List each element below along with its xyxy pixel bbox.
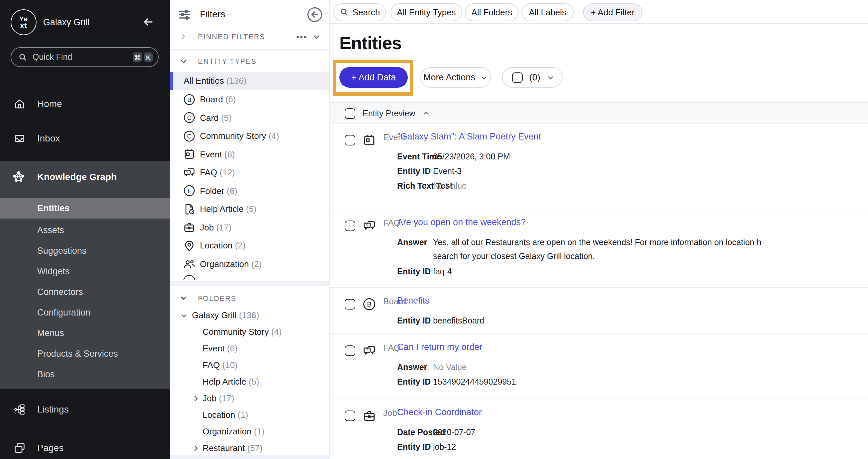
row-checkbox[interactable] [345,135,355,146]
yext-logo-icon[interactable]: Ye xt [11,9,36,35]
sidebar-item-widgets[interactable]: Widgets [0,261,170,282]
community-story-icon: C [183,129,196,143]
sidebar-item-connectors[interactable]: Connectors [0,282,170,302]
sidebar-item-products-services[interactable]: Products & Services [0,343,170,364]
filter-entity-type-help-article[interactable]: ? Help Article (5) [170,200,330,218]
folder-event[interactable]: Event (6) [170,340,330,357]
all-labels-pill[interactable]: All Labels [521,3,574,21]
sidebar-item-listings[interactable]: Listings [0,399,170,420]
filter-entity-type-job[interactable]: Job (17) [170,218,330,237]
filter-count: (2) [235,241,246,250]
sidebar-item-bios[interactable]: Bios [0,364,170,385]
filter-all-entities[interactable]: All Entities (136) [170,72,330,90]
chevron-down-icon [480,73,488,81]
filter-entity-type-card[interactable]: C Card (5) [170,109,330,127]
table-row[interactable]: Job Check-in Coordinator Date Posted2020… [330,399,868,459]
job-icon [362,408,377,423]
chevron-right-icon[interactable] [192,394,200,402]
folder-restaurant[interactable]: Restaurant (57) [170,440,330,456]
sidebar-item-label: Assets [37,225,64,235]
home-icon [13,97,26,110]
row-checkbox[interactable] [345,220,355,231]
folder-label: Help Article [203,377,246,387]
folder-location[interactable]: Location (1) [170,406,330,423]
filter-label: Event [200,149,222,159]
search-pill[interactable]: Search [333,3,386,21]
sidebar-item-menus[interactable]: Menus [0,323,170,343]
filter-label: Organization [200,259,249,269]
filter-label: Location [200,241,232,250]
field-label: Entity ID [397,167,431,176]
search-icon [18,53,27,62]
sort-caret-up-icon[interactable] [423,110,430,117]
collapse-sidebar-button[interactable] [142,16,154,28]
sidebar-item-assets[interactable]: Assets [0,220,170,241]
folder-organization[interactable]: Organization (1) [170,423,330,440]
job-icon [183,220,196,234]
add-data-button[interactable]: + Add Data [339,67,408,88]
folders-section-header[interactable]: FOLDERS [170,289,330,307]
folder-galaxy-grill[interactable]: Galaxy Grill (136) [170,307,330,324]
folder-faq[interactable]: FAQ (10) [170,357,330,373]
folder-icon: F [183,184,196,197]
column-header-entity-preview[interactable]: Entity Preview [363,109,415,118]
selection-count-label: (0) [529,72,540,82]
quick-find[interactable]: ⌘ K [11,47,159,67]
entity-types-section-header[interactable]: ENTITY TYPES [170,53,330,70]
filter-count: (6) [224,149,235,159]
more-actions-button[interactable]: More Actions [421,67,491,88]
sidebar-item-pages[interactable]: Pages [0,437,170,458]
row-checkbox[interactable] [345,299,355,310]
sidebar-item-configuration[interactable]: Configuration [0,302,170,323]
svg-text:F: F [187,187,191,194]
filter-entity-type-folder[interactable]: F Folder (6) [170,182,330,200]
pinned-filters-section[interactable]: PINNED FILTERS ••• [170,28,330,45]
table-row[interactable]: Event "Galaxy Slam": A Slam Poetry Event… [330,124,868,209]
select-all-checkbox[interactable] [512,72,523,83]
sidebar-item-entities[interactable]: Entities [0,198,170,218]
sidebar-item-home[interactable]: Home [0,93,170,114]
filter-entity-type-community-story[interactable]: C Community Story (4) [170,127,330,145]
row-checkbox[interactable] [345,410,355,421]
add-filter-pill[interactable]: + Add Filter [583,3,642,21]
all-entity-types-pill[interactable]: All Entity Types [391,3,462,21]
row-checkbox[interactable] [345,345,355,356]
quick-find-input[interactable] [33,53,131,62]
folder-label: Galaxy Grill [192,310,237,320]
field-label: Answer [397,238,427,247]
filter-entity-type-event[interactable]: Event (6) [170,145,330,163]
table-row[interactable]: ? FAQ Are you open on the weekends? Answ… [330,209,868,287]
folder-count: (57) [247,443,262,453]
filter-entity-type-organization[interactable]: Organization (2) [170,255,330,273]
pinned-filters-menu-icon[interactable]: ••• [296,32,307,41]
table-row[interactable]: B Board Benefits Entity IDbenefitsBoard [330,287,868,334]
folder-community-story[interactable]: Community Story (4) [170,324,330,340]
header-checkbox[interactable] [345,108,355,119]
filter-entity-type-board[interactable]: B Board (6) [170,90,330,109]
folder-job[interactable]: Job (17) [170,390,330,406]
sidebar-item-suggestions[interactable]: Suggestions [0,241,170,261]
entity-link[interactable]: Are you open on the weekends? [397,217,526,227]
all-folders-pill[interactable]: All Folders [465,3,519,21]
chevron-down-icon[interactable] [180,311,188,319]
entity-link[interactable]: Benefits [397,296,430,306]
folder-label: FAQ [203,360,220,370]
chevron-right-icon[interactable] [192,444,200,452]
sidebar-item-label: Home [37,98,62,109]
filter-entity-type-location[interactable]: Location (2) [170,237,330,255]
sidebar-item-knowledge-graph[interactable]: Knowledge Graph [0,166,170,187]
table-row[interactable]: ? FAQ Can I return my order AnswerNo Val… [330,334,868,399]
field-value: Yes, all of our Restaurants are open on … [433,238,762,247]
sidebar-item-inbox[interactable]: Inbox [0,127,170,149]
field-label: Answer [397,362,427,372]
svg-text:C: C [187,132,191,140]
entity-link[interactable]: Can I return my order [397,342,483,352]
filter-entity-type-faq[interactable]: ? FAQ (12) [170,163,330,182]
chevron-down-icon[interactable] [312,32,321,41]
folder-help-article[interactable]: Help Article (5) [170,373,330,390]
entity-link[interactable]: Check-in Coordinator [397,407,482,417]
collapse-filters-button[interactable] [306,6,323,23]
entity-link[interactable]: "Galaxy Slam": A Slam Poetry Event [397,131,541,142]
selection-count-button[interactable]: (0) [502,67,562,88]
entity-type-label: Job [383,408,397,418]
